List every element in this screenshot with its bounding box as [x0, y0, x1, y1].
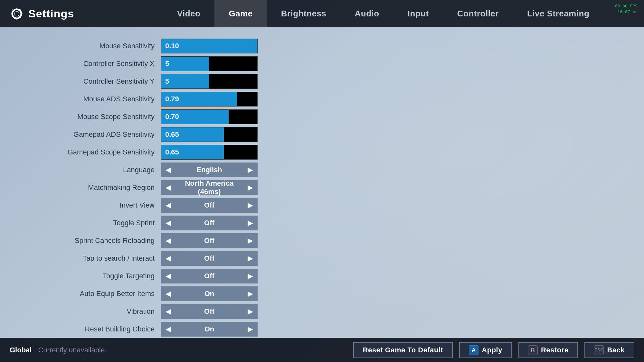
tab-live-streaming[interactable]: Live Streaming	[513, 0, 603, 27]
settings-panel: Mouse Sensitivity0.10Controller Sensitiv…	[32, 37, 274, 338]
setting-label: Language	[32, 166, 161, 174]
picker-right-arrow[interactable]: ▶	[246, 254, 255, 263]
slider-fill: 0.65	[161, 145, 224, 159]
tab-video[interactable]: Video	[163, 0, 215, 27]
picker-value: Off	[173, 272, 246, 280]
picker-value: On	[173, 290, 246, 298]
setting-row: Sprint Cancels Reloading◀Off▶	[32, 232, 274, 249]
picker-left-arrow[interactable]: ◀	[164, 201, 173, 209]
back-button[interactable]: ESC Back	[584, 342, 634, 358]
setting-row: Invert View◀Off▶	[32, 196, 274, 214]
footer: Global Currently unavailable. Reset Game…	[0, 338, 644, 362]
setting-label: Mouse Scope Sensitivity	[32, 113, 161, 121]
picker-right-arrow[interactable]: ▶	[246, 290, 255, 298]
setting-label: Toggle Targeting	[32, 272, 161, 280]
picker-value: North America (46ms)	[173, 179, 246, 196]
slider-fill: 5	[161, 74, 209, 88]
reset-default-button[interactable]: Reset Game To Default	[353, 342, 453, 358]
slider-control[interactable]: 5	[161, 74, 258, 89]
picker-right-arrow[interactable]: ▶	[246, 272, 255, 280]
nav-tabs: VideoGameBrightnessAudioInputControllerL…	[122, 0, 644, 27]
picker-control: ◀Off▶	[161, 198, 258, 213]
picker-right-arrow[interactable]: ▶	[246, 201, 255, 209]
slider-fill: 0.65	[161, 127, 224, 142]
slider-control[interactable]: 0.10	[161, 39, 258, 53]
tab-audio[interactable]: Audio	[341, 0, 393, 27]
picker-value: On	[173, 325, 246, 333]
picker-left-arrow[interactable]: ◀	[164, 272, 173, 280]
slider-fill: 0.10	[161, 39, 257, 53]
picker-value: Off	[173, 219, 246, 227]
setting-label: Auto Equip Better Items	[32, 290, 161, 298]
slider-value: 0.70	[165, 113, 179, 121]
main-content: Mouse Sensitivity0.10Controller Sensitiv…	[0, 27, 644, 338]
setting-label: Tap to search / interact	[32, 254, 161, 263]
slider-control[interactable]: 0.65	[161, 127, 258, 142]
picker-left-arrow[interactable]: ◀	[164, 219, 173, 227]
svg-point-2	[14, 12, 19, 16]
esc-key-icon: ESC	[594, 345, 604, 355]
picker-right-arrow[interactable]: ▶	[246, 219, 255, 227]
restore-label: Restore	[541, 346, 568, 354]
setting-row: Mouse ADS Sensitivity0.79	[32, 90, 274, 108]
picker-right-arrow[interactable]: ▶	[246, 307, 255, 316]
picker-right-arrow[interactable]: ▶	[246, 183, 255, 192]
setting-row: Toggle Targeting◀Off▶	[32, 267, 274, 285]
slider-value: 0.65	[165, 148, 179, 156]
setting-label: Gamepad Scope Sensitivity	[32, 148, 161, 156]
picker-left-arrow[interactable]: ◀	[164, 183, 173, 192]
setting-row: Controller Sensitivity Y5	[32, 72, 274, 90]
slider-fill: 5	[161, 57, 209, 71]
picker-right-arrow[interactable]: ▶	[246, 325, 255, 333]
setting-row: Auto Equip Better Items◀On▶	[32, 285, 274, 302]
picker-left-arrow[interactable]: ◀	[164, 325, 173, 333]
slider-value: 0.10	[165, 42, 179, 50]
picker-right-arrow[interactable]: ▶	[246, 237, 255, 245]
r-key-icon: R	[528, 345, 538, 355]
tab-input[interactable]: Input	[393, 0, 443, 27]
picker-value: Off	[173, 254, 246, 263]
picker-left-arrow[interactable]: ◀	[164, 307, 173, 316]
slider-value: 5	[165, 60, 169, 68]
tab-controller[interactable]: Controller	[443, 0, 513, 27]
slider-value: 5	[165, 77, 169, 86]
setting-row: Mouse Scope Sensitivity0.70	[32, 108, 274, 125]
setting-row: Gamepad Scope Sensitivity0.65	[32, 143, 274, 161]
picker-left-arrow[interactable]: ◀	[164, 254, 173, 263]
tab-game[interactable]: Game	[214, 0, 267, 27]
setting-row: Reset Building Choice◀On▶	[32, 320, 274, 338]
picker-control: ◀English▶	[161, 162, 258, 177]
setting-label: Vibration	[32, 307, 161, 316]
setting-label: Controller Sensitivity X	[32, 60, 161, 68]
fps-line2: 16.67 ms	[615, 9, 638, 15]
picker-value: Off	[173, 307, 246, 316]
logo-area: Settings	[0, 7, 122, 21]
restore-button[interactable]: R Restore	[518, 342, 578, 358]
picker-value: Off	[173, 237, 246, 245]
slider-control[interactable]: 0.79	[161, 92, 258, 107]
back-label: Back	[607, 346, 625, 354]
slider-control[interactable]: 0.70	[161, 109, 258, 124]
setting-row: Mouse Sensitivity0.10	[32, 37, 274, 55]
apply-button[interactable]: A Apply	[459, 342, 512, 358]
picker-left-arrow[interactable]: ◀	[164, 237, 173, 245]
slider-value: 0.79	[165, 95, 179, 103]
footer-status: Currently unavailable.	[38, 346, 107, 354]
tab-brightness[interactable]: Brightness	[267, 0, 341, 27]
picker-control: ◀On▶	[161, 322, 258, 337]
setting-row: Tap to search / interact◀Off▶	[32, 249, 274, 267]
picker-left-arrow[interactable]: ◀	[164, 166, 173, 174]
picker-right-arrow[interactable]: ▶	[246, 166, 255, 174]
setting-row: Gamepad ADS Sensitivity0.65	[32, 125, 274, 143]
setting-row: Matchmaking Region◀North America (46ms)▶	[32, 179, 274, 196]
picker-left-arrow[interactable]: ◀	[164, 290, 173, 298]
slider-control[interactable]: 5	[161, 56, 258, 71]
setting-label: Sprint Cancels Reloading	[32, 237, 161, 245]
picker-value: Off	[173, 201, 246, 209]
setting-label: Mouse ADS Sensitivity	[32, 95, 161, 103]
setting-row: Toggle Sprint◀Off▶	[32, 214, 274, 232]
slider-value: 0.65	[165, 130, 179, 139]
slider-control[interactable]: 0.65	[161, 145, 258, 160]
settings-page: Settings VideoGameBrightnessAudioInputCo…	[0, 0, 644, 362]
reset-default-label: Reset Game To Default	[363, 346, 443, 354]
